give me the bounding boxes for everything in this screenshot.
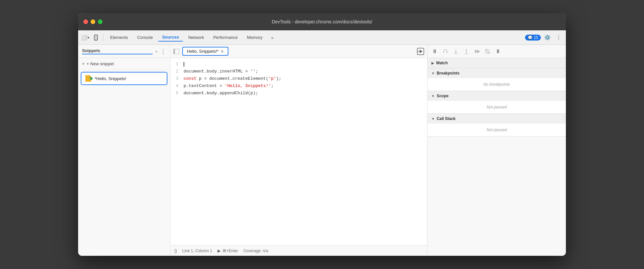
- tab-console[interactable]: Console: [133, 34, 157, 41]
- code-line-2: 2 document.body.innerHTML = '';: [170, 68, 427, 75]
- snippet-item[interactable]: *Hello, Snippets!: [81, 72, 167, 85]
- message-icon: 💬: [528, 35, 533, 40]
- more-tabs-icon[interactable]: »: [268, 33, 277, 42]
- code-line-1: 1: [170, 61, 427, 68]
- sidebar-title: Snippets: [82, 48, 153, 54]
- code-line-4: 4 p.textContent = 'Hello, Snippets!';: [170, 82, 427, 90]
- tab-performance[interactable]: Performance: [209, 34, 242, 41]
- plus-icon: +: [82, 61, 85, 66]
- maximize-button[interactable]: [98, 19, 102, 24]
- run-arrow-icon: ▶: [218, 249, 220, 253]
- tab-elements[interactable]: Elements: [106, 34, 132, 41]
- editor-tabs: Hello, Snippets!* ✕: [170, 45, 427, 58]
- right-panel: ⏸: [427, 45, 566, 256]
- editor-statusbar: {} Line 1, Column 1 ▶ ⌘+Enter Coverage: …: [170, 245, 427, 256]
- code-line-3: 3 const p = document.createElement('p');: [170, 75, 427, 82]
- svg-marker-8: [446, 52, 448, 53]
- breakpoints-triangle-icon: ▼: [431, 72, 435, 75]
- svg-rect-1: [95, 36, 97, 39]
- cursor-position: Line 1, Column 1: [182, 249, 212, 253]
- badge-count: 15: [534, 35, 538, 40]
- devtools-window: DevTools - developer.chrome.com/docs/dev…: [78, 13, 566, 256]
- scope-section-title: Scope: [437, 94, 449, 98]
- traffic-lights: [83, 19, 102, 24]
- watch-triangle-icon: ▶: [431, 61, 434, 65]
- pause-on-exception-icon[interactable]: ⏸: [493, 47, 503, 56]
- callstack-section-header[interactable]: ▼ Call Stack: [427, 114, 566, 124]
- toolbar-separator: [103, 34, 103, 42]
- message-badge[interactable]: 💬 15: [525, 35, 541, 41]
- sidebar-header: Snippets » ⋮: [78, 45, 170, 58]
- svg-marker-6: [420, 50, 423, 53]
- scope-section: ▼ Scope Not paused: [427, 91, 566, 114]
- toggle-sidebar-icon[interactable]: [172, 47, 181, 56]
- tab-memory[interactable]: Memory: [243, 34, 266, 41]
- watch-section-title: Watch: [436, 61, 448, 65]
- close-button[interactable]: [83, 19, 88, 24]
- tab-sources[interactable]: Sources: [158, 33, 183, 42]
- debug-toolbar: ⏸: [427, 45, 566, 58]
- snippet-active-dot: [90, 77, 93, 80]
- breakpoints-content: No breakpoints: [427, 78, 566, 91]
- run-button[interactable]: ▶ ⌘+Enter: [218, 249, 238, 253]
- watch-section: ▶ Watch: [427, 58, 566, 68]
- svg-point-2: [96, 39, 96, 40]
- snippet-name: *Hello, Snippets!: [95, 76, 126, 81]
- editor-active-tab[interactable]: Hello, Snippets!* ✕: [182, 47, 228, 56]
- toolbar-right: 💬 15 ⚙️ ⋮: [525, 33, 563, 42]
- sidebar-more-tabs-icon[interactable]: »: [155, 49, 158, 54]
- coverage-label: Coverage: n/a: [243, 249, 268, 253]
- scope-content: Not paused: [427, 101, 566, 113]
- sidebar-menu-icon[interactable]: ⋮: [160, 48, 166, 55]
- main-toolbar: ⬜ Elements Console Sources Network Perfo…: [78, 30, 566, 45]
- window-title: DevTools - developer.chrome.com/docs/dev…: [272, 19, 372, 24]
- callstack-section: ▼ Call Stack Not paused: [427, 114, 566, 136]
- format-button[interactable]: {}: [174, 249, 177, 253]
- deactivate-breakpoints-icon[interactable]: [483, 47, 492, 56]
- svg-marker-13: [465, 49, 467, 50]
- callstack-triangle-icon: ▼: [431, 117, 435, 121]
- code-line-5: 5 document.body.appendChild(p);: [170, 90, 427, 97]
- code-editor[interactable]: 1 2 document.body.innerHTML = ''; 3 cons…: [170, 58, 427, 245]
- settings-icon[interactable]: ⚙️: [543, 33, 552, 42]
- breakpoints-section: ▼ Breakpoints No breakpoints: [427, 68, 566, 91]
- run-snippet-icon[interactable]: [415, 46, 426, 57]
- new-snippet-button[interactable]: + + New snippet: [78, 58, 170, 70]
- svg-line-17: [485, 49, 490, 54]
- callstack-content: Not paused: [427, 124, 566, 136]
- format-icon: {}: [174, 249, 177, 253]
- pause-button[interactable]: ⏸: [430, 47, 439, 56]
- step-into-button[interactable]: [451, 47, 460, 56]
- sidebar: Snippets » ⋮ + + New snippet *Hello, Sni…: [78, 45, 170, 256]
- editor-tab-label: Hello, Snippets!*: [187, 49, 219, 54]
- tab-network[interactable]: Network: [184, 34, 208, 41]
- scope-triangle-icon: ▼: [431, 94, 435, 98]
- minimize-button[interactable]: [91, 19, 95, 24]
- breakpoints-section-header[interactable]: ▼ Breakpoints: [427, 68, 566, 78]
- svg-rect-4: [173, 49, 175, 54]
- cursor-icon[interactable]: ⬜: [81, 33, 90, 42]
- svg-marker-16: [477, 49, 480, 53]
- close-tab-icon[interactable]: ✕: [220, 49, 224, 54]
- new-snippet-label: + New snippet: [87, 61, 114, 66]
- main-area: Snippets » ⋮ + + New snippet *Hello, Sni…: [78, 45, 566, 256]
- step-button[interactable]: [472, 47, 482, 56]
- callstack-section-title: Call Stack: [437, 116, 455, 121]
- run-shortcut-label: ⌘+Enter: [222, 249, 238, 253]
- breakpoints-section-title: Breakpoints: [437, 71, 459, 75]
- step-out-button[interactable]: [462, 47, 471, 56]
- editor-area: Hello, Snippets!* ✕ 1 2: [170, 45, 427, 256]
- mobile-icon[interactable]: [91, 33, 101, 42]
- step-over-button[interactable]: [441, 47, 450, 56]
- titlebar: DevTools - developer.chrome.com/docs/dev…: [78, 13, 566, 30]
- svg-marker-10: [455, 52, 457, 53]
- scope-section-header[interactable]: ▼ Scope: [427, 91, 566, 101]
- more-options-icon[interactable]: ⋮: [554, 33, 563, 42]
- watch-section-header[interactable]: ▶ Watch: [427, 58, 566, 68]
